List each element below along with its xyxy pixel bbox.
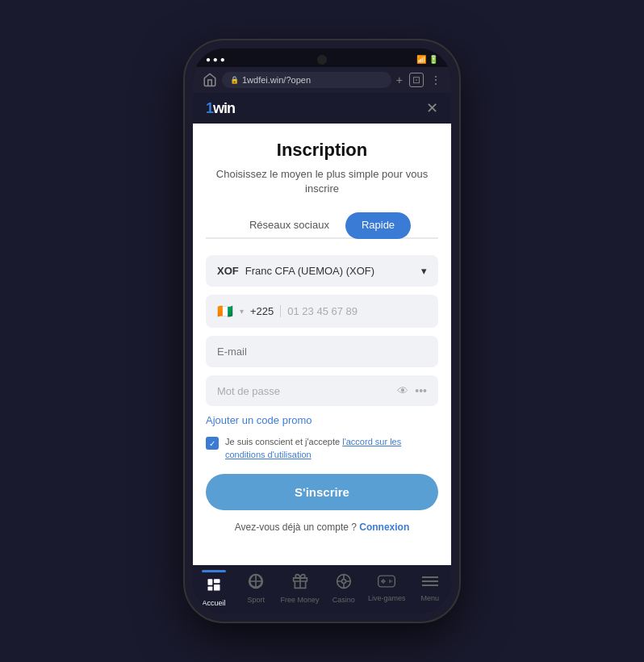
nav-active-indicator — [202, 570, 226, 572]
country-code: +225 — [250, 305, 281, 317]
currency-name: Franc CFA (UEMOA) (XOF) — [245, 265, 374, 277]
nav-item-live-games[interactable]: Live-games — [368, 575, 406, 602]
svg-rect-1 — [208, 587, 213, 591]
page-subtitle: Choisissez le moyen le plus simple pour … — [206, 167, 438, 196]
nav-item-free-money[interactable]: Free Money — [281, 573, 320, 604]
country-flag-icon: 🇨🇮 — [217, 304, 233, 319]
currency-form-group: XOF Franc CFA (UEMOA) (XOF) ▾ — [206, 255, 438, 287]
registration-tabs: Réseaux sociaux Rapide — [206, 212, 438, 239]
tab-rapide[interactable]: Rapide — [345, 212, 411, 239]
email-input[interactable] — [206, 336, 438, 367]
phone-screen: ● ● ● 📶 🔋 🔒 1wdfei.win/?open + ⊡ ⋮ — [193, 48, 451, 614]
live-games-label: Live-games — [368, 594, 406, 602]
terms-row: ✓ Je suis conscient et j'accepte l'accor… — [206, 436, 438, 461]
svg-rect-2 — [214, 579, 220, 583]
casino-icon — [336, 573, 352, 593]
svg-point-14 — [383, 580, 385, 583]
tabs-icon[interactable]: ⊡ — [409, 73, 424, 87]
more-icon[interactable]: ⋮ — [430, 73, 441, 86]
svg-rect-13 — [378, 576, 395, 587]
svg-rect-3 — [214, 584, 220, 591]
phone-input[interactable]: 🇨🇮 ▾ +225 01 23 45 67 89 — [206, 295, 438, 328]
password-more-icon[interactable]: ••• — [415, 384, 427, 397]
password-input-row[interactable]: Mot de passe 👁 ••• — [206, 375, 438, 406]
logo-number: 1 — [206, 100, 213, 116]
password-placeholder: Mot de passe — [217, 385, 280, 397]
login-row: Avez-vous déjà un compte ? Connexion — [206, 522, 438, 533]
nav-item-menu[interactable]: Menu — [412, 575, 448, 602]
browser-home-icon[interactable] — [203, 73, 217, 87]
url-security-icon: 🔒 — [230, 76, 239, 84]
accueil-label: Accueil — [203, 599, 226, 607]
terms-text: Je suis conscient et j'accepte l'accord … — [225, 436, 438, 461]
svg-point-8 — [341, 580, 345, 584]
casino-label: Casino — [332, 596, 355, 604]
bottom-nav: Accueil Sport — [193, 565, 451, 614]
accueil-icon — [206, 576, 222, 597]
main-content: Inscription Choisissez le moyen le plus … — [193, 124, 451, 565]
password-form-group: Mot de passe 👁 ••• — [206, 375, 438, 406]
url-text: 1wdfei.win/?open — [242, 75, 383, 85]
browser-bar: 🔒 1wdfei.win/?open + ⊡ ⋮ — [193, 67, 451, 93]
email-form-group — [206, 336, 438, 367]
phone-placeholder: 01 23 45 67 89 — [287, 305, 427, 317]
add-tab-icon[interactable]: + — [396, 73, 403, 86]
login-question: Avez-vous déjà un compte ? — [235, 522, 357, 533]
url-bar[interactable]: 🔒 1wdfei.win/?open — [222, 72, 391, 88]
sport-icon — [248, 573, 264, 593]
live-games-icon — [378, 575, 395, 592]
sport-label: Sport — [248, 596, 266, 604]
free-money-label: Free Money — [281, 596, 320, 604]
currency-chevron-icon: ▾ — [421, 265, 427, 277]
menu-icon — [422, 575, 438, 592]
login-link[interactable]: Connexion — [359, 522, 409, 533]
register-button[interactable]: S'inscrire — [206, 474, 438, 510]
app-logo: 1win — [206, 100, 235, 117]
nav-item-sport[interactable]: Sport — [238, 573, 274, 604]
camera-notch — [317, 55, 327, 65]
terms-checkbox[interactable]: ✓ — [206, 437, 219, 450]
tab-reseaux-sociaux[interactable]: Réseaux sociaux — [233, 212, 345, 239]
promo-link[interactable]: Ajouter un code promo — [206, 414, 438, 426]
password-icons: 👁 ••• — [397, 384, 427, 397]
password-visibility-icon[interactable]: 👁 — [397, 384, 408, 397]
currency-label: XOF Franc CFA (UEMOA) (XOF) — [217, 265, 374, 277]
phone-chevron-icon: ▾ — [240, 307, 244, 316]
page-title: Inscription — [206, 140, 438, 161]
logo-win: win — [213, 100, 235, 116]
currency-code: XOF — [217, 265, 239, 277]
app-header: 1win ✕ — [193, 93, 451, 124]
nav-item-accueil[interactable]: Accueil — [196, 570, 232, 607]
svg-rect-0 — [208, 579, 213, 585]
menu-label: Menu — [421, 594, 440, 602]
browser-actions: + ⊡ ⋮ — [396, 73, 441, 87]
free-money-icon — [292, 573, 308, 593]
phone-form-group: 🇨🇮 ▾ +225 01 23 45 67 89 — [206, 295, 438, 328]
nav-item-casino[interactable]: Casino — [326, 573, 362, 604]
phone-device: ● ● ● 📶 🔋 🔒 1wdfei.win/?open + ⊡ ⋮ — [185, 40, 459, 622]
currency-select[interactable]: XOF Franc CFA (UEMOA) (XOF) ▾ — [206, 255, 438, 287]
close-button[interactable]: ✕ — [426, 99, 438, 117]
